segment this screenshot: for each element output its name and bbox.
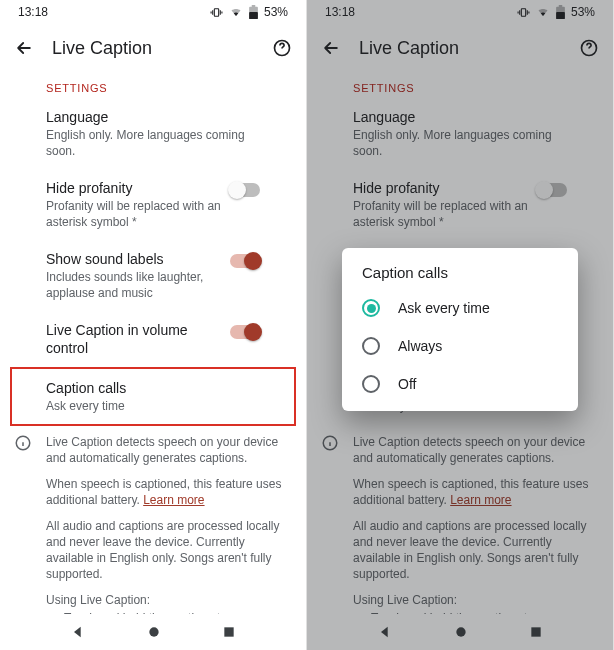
help-button[interactable] [272,38,292,58]
caption-calls-dialog: Caption calls Ask every time Always Off [342,248,578,411]
row-sound-labels[interactable]: Show sound labels Includes sounds like l… [0,240,306,311]
help-icon [272,38,292,58]
nav-back-icon [70,624,86,640]
svg-point-4 [149,627,158,636]
info-p3: All audio and captions are processed loc… [46,518,292,582]
row-title: Language [46,108,260,126]
radio-label: Always [398,338,442,354]
toggle-sound-labels[interactable] [230,254,260,268]
settings-list: SETTINGS Language English only. More lan… [0,72,306,614]
info-p4: Using Live Caption: [46,592,292,608]
vibrate-icon [210,6,223,19]
row-title: Live Caption in volume control [46,321,222,357]
row-sub: Ask every time [46,398,260,414]
row-sub: English only. More languages coming soon… [46,127,260,159]
row-title: Show sound labels [46,250,222,268]
nav-recents[interactable] [222,625,236,639]
dialog-title: Caption calls [342,264,578,289]
nav-home-icon [146,624,162,640]
radio-label: Ask every time [398,300,490,316]
svg-rect-0 [214,8,218,16]
svg-rect-1 [249,12,258,19]
info-p1: Live Caption detects speech on your devi… [46,434,292,466]
row-title: Caption calls [46,379,260,397]
radio-icon [362,337,380,355]
nav-home[interactable] [146,624,162,640]
screen-settings: 13:18 53% Live Caption SETTINGS Language… [0,0,307,650]
row-sub: Includes sounds like laughter, applause … [46,269,222,301]
row-caption-calls[interactable]: Caption calls Ask every time [0,367,306,426]
info-p2: When speech is captioned, this feature u… [46,476,292,508]
nav-bar [0,614,306,650]
info-block: Live Caption detects speech on your devi… [0,426,306,614]
radio-option-ask[interactable]: Ask every time [342,289,578,327]
back-button[interactable] [14,38,34,58]
row-language[interactable]: Language English only. More languages co… [0,98,306,169]
wifi-icon [229,6,243,18]
battery-icon [249,5,258,19]
row-volume-control[interactable]: Live Caption in volume control [0,311,306,367]
radio-option-always[interactable]: Always [342,327,578,365]
nav-recents-icon [222,625,236,639]
radio-label: Off [398,376,416,392]
radio-icon [362,299,380,317]
info-icon [14,434,32,614]
status-right: 53% [210,5,288,19]
battery-percent: 53% [264,5,288,19]
radio-option-off[interactable]: Off [342,365,578,403]
status-time: 13:18 [18,5,48,19]
page-title: Live Caption [52,38,272,59]
row-title: Hide profanity [46,179,222,197]
screen-dialog: 13:18 53% Live Caption SETTINGS Language… [307,0,614,650]
svg-rect-5 [224,627,233,636]
row-hide-profanity[interactable]: Hide profanity Profanity will be replace… [0,169,306,240]
status-bar: 13:18 53% [0,0,306,24]
app-bar: Live Caption [0,24,306,72]
nav-back[interactable] [70,624,86,640]
radio-icon [362,375,380,393]
learn-more-link[interactable]: Learn more [143,493,204,507]
row-sub: Profanity will be replaced with an aster… [46,198,222,230]
info-text: Live Caption detects speech on your devi… [46,434,292,614]
arrow-back-icon [14,38,34,58]
toggle-volume-control[interactable] [230,325,260,339]
toggle-hide-profanity[interactable] [230,183,260,197]
section-header: SETTINGS [0,72,306,98]
